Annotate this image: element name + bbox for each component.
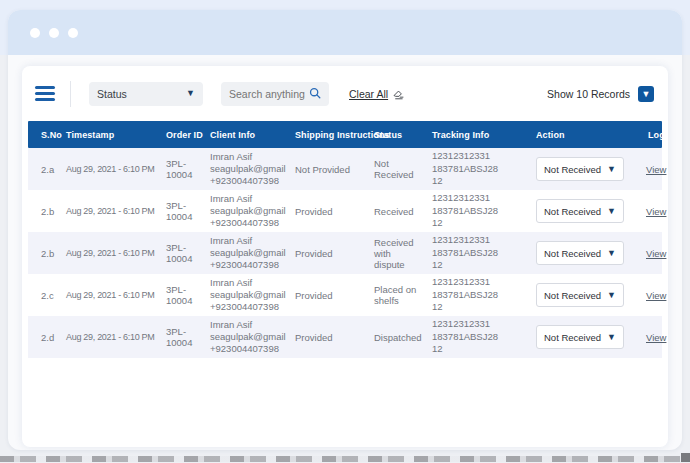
search-box[interactable] [221, 82, 329, 106]
view-log-link[interactable]: View [646, 206, 666, 217]
action-cell: Not Received ▼ [508, 325, 620, 349]
action-cell: Not Received ▼ [508, 199, 620, 223]
action-cell: Not Received ▼ [508, 157, 620, 181]
client-phone: +923004407398 [210, 259, 286, 271]
action-dropdown[interactable]: Not Received ▼ [536, 325, 624, 349]
client-info-cell: Imran Asif seagulpak@gmail +923004407398 [206, 235, 291, 271]
status-cell: Not Received [370, 158, 428, 180]
client-info-cell: Imran Asif seagulpak@gmail +923004407398 [206, 151, 291, 187]
shipping-instructions-cell: Provided [291, 248, 370, 259]
chevron-down-icon: ▼ [607, 165, 616, 174]
action-value: Not Received [544, 332, 601, 343]
chevron-down-icon: ▼ [607, 291, 616, 300]
tracking-info-cell: 12312312331 183781ABSJ28 12 [428, 192, 508, 229]
action-dropdown[interactable]: Not Received ▼ [536, 283, 624, 307]
action-dropdown[interactable]: Not Received ▼ [536, 241, 624, 265]
column-header: Status [370, 130, 428, 140]
view-log-link[interactable]: View [646, 290, 666, 301]
client-email: seagulpak@gmail [210, 163, 286, 175]
records-count-dropdown[interactable]: ▼ [638, 86, 654, 102]
order-id-cell: 3PL-10004 [162, 158, 206, 180]
client-phone: +923004407398 [210, 343, 286, 355]
view-log-link[interactable]: View [646, 248, 666, 259]
client-email: seagulpak@gmail [210, 247, 286, 259]
column-header: Order ID [162, 130, 206, 140]
tracking-info-cell: 12312312331 183781ABSJ28 12 [428, 234, 508, 271]
table-row: 2.d Aug 29, 2021 - 6:10 PM 3PL-10004 Imr… [28, 316, 662, 358]
order-id-cell: 3PL-10004 [162, 200, 206, 222]
column-header: S.No [28, 130, 62, 140]
tracking-info-cell: 12312312331 183781ABSJ28 12 [428, 150, 508, 187]
action-value: Not Received [544, 248, 601, 259]
table-body: 2.a Aug 29, 2021 - 6:10 PM 3PL-10004 Imr… [28, 148, 662, 358]
table-row: 2.c Aug 29, 2021 - 6:10 PM 3PL-10004 Imr… [28, 274, 662, 316]
chevron-down-icon: ▼ [642, 89, 651, 99]
show-records-control: Show 10 Records ▼ [547, 86, 654, 102]
window-control-dot[interactable] [30, 28, 40, 38]
action-dropdown[interactable]: Not Received ▼ [536, 157, 624, 181]
timestamp-cell: Aug 29, 2021 - 6:10 PM [62, 164, 162, 174]
sno-cell: 2.b [28, 248, 62, 259]
shipping-instructions-cell: Provided [291, 206, 370, 217]
sno-cell: 2.c [28, 290, 62, 301]
table-row: 2.b Aug 29, 2021 - 6:10 PM 3PL-10004 Imr… [28, 232, 662, 274]
sno-cell: 2.a [28, 164, 62, 175]
order-id-cell: 3PL-10004 [162, 242, 206, 264]
search-input[interactable] [229, 88, 309, 100]
status-cell: Placed on shelfs [370, 284, 428, 306]
tracking-info-cell: 12312312331 183781ABSJ28 12 [428, 276, 508, 313]
shipping-instructions-cell: Provided [291, 332, 370, 343]
clear-all-label: Clear All [349, 88, 388, 100]
clipped-bottom-content [0, 456, 690, 462]
order-id-cell: 3PL-10004 [162, 284, 206, 306]
client-name: Imran Asif [210, 193, 286, 205]
order-id-cell: 3PL-10004 [162, 326, 206, 348]
log-cell: View [620, 164, 671, 175]
shipping-instructions-cell: Not Provided [291, 164, 370, 175]
column-header: Tracking Info [428, 130, 508, 140]
toolbar-divider [70, 81, 71, 107]
chevron-down-icon: ▼ [607, 249, 616, 258]
column-header: Action [508, 130, 620, 140]
column-header: Client Info [206, 130, 291, 140]
table-row: 2.a Aug 29, 2021 - 6:10 PM 3PL-10004 Imr… [28, 148, 662, 190]
chevron-down-icon: ▼ [607, 333, 616, 342]
action-dropdown[interactable]: Not Received ▼ [536, 199, 624, 223]
sno-cell: 2.b [28, 206, 62, 217]
client-name: Imran Asif [210, 151, 286, 163]
eraser-icon [392, 87, 405, 100]
show-records-label: Show 10 Records [547, 88, 630, 100]
toolbar: Status ▼ Clear All [22, 66, 668, 110]
view-log-link[interactable]: View [646, 332, 666, 343]
chevron-down-icon: ▼ [607, 207, 616, 216]
view-log-link[interactable]: View [646, 164, 666, 175]
action-value: Not Received [544, 290, 601, 301]
client-phone: +923004407398 [210, 175, 286, 187]
search-icon[interactable] [309, 87, 321, 101]
client-phone: +923004407398 [210, 301, 286, 313]
table-row: 2.b Aug 29, 2021 - 6:10 PM 3PL-10004 Imr… [28, 190, 662, 232]
window-control-dot[interactable] [68, 28, 78, 38]
client-name: Imran Asif [210, 277, 286, 289]
window-titlebar [8, 10, 682, 55]
sno-cell: 2.d [28, 332, 62, 343]
timestamp-cell: Aug 29, 2021 - 6:10 PM [62, 248, 162, 258]
status-filter-label: Status [97, 88, 127, 100]
log-cell: View [620, 206, 671, 217]
client-name: Imran Asif [210, 235, 286, 247]
orders-table: S.No Timestamp Order ID Client Info Ship… [28, 121, 662, 358]
client-info-cell: Imran Asif seagulpak@gmail +923004407398 [206, 319, 291, 355]
clear-all-button[interactable]: Clear All [349, 87, 405, 100]
status-filter-dropdown[interactable]: Status ▼ [89, 82, 203, 106]
action-cell: Not Received ▼ [508, 241, 620, 265]
column-header: Shipping Instructions [291, 130, 370, 140]
client-phone: +923004407398 [210, 217, 286, 229]
menu-icon[interactable] [35, 83, 55, 104]
chevron-down-icon: ▼ [186, 89, 195, 98]
window-control-dot[interactable] [49, 28, 59, 38]
action-cell: Not Received ▼ [508, 283, 620, 307]
client-email: seagulpak@gmail [210, 331, 286, 343]
shipping-instructions-cell: Provided [291, 290, 370, 301]
client-info-cell: Imran Asif seagulpak@gmail +923004407398 [206, 193, 291, 229]
timestamp-cell: Aug 29, 2021 - 6:10 PM [62, 332, 162, 342]
